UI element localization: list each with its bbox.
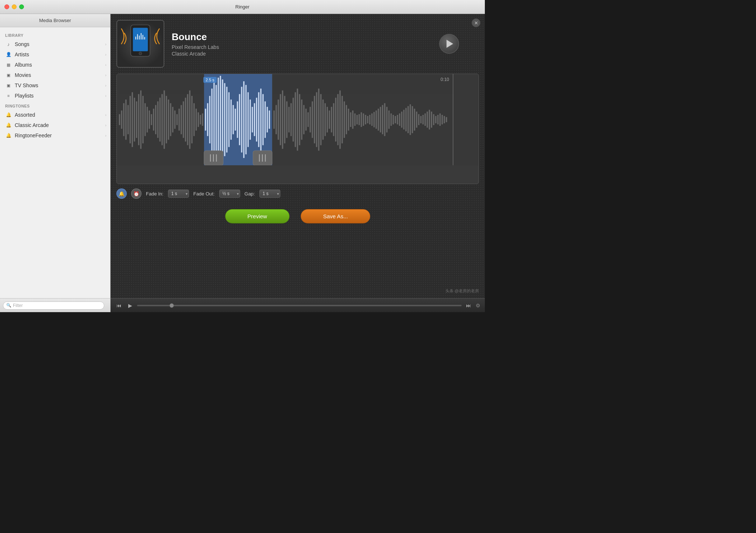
album-icon: ▦ bbox=[5, 63, 12, 67]
svg-rect-90 bbox=[288, 107, 290, 132]
track-album: Classic Arcade bbox=[172, 51, 432, 57]
svg-rect-57 bbox=[216, 85, 217, 154]
svg-rect-91 bbox=[290, 103, 291, 136]
svg-rect-16 bbox=[130, 96, 131, 144]
sidebar-item-albums[interactable]: ▦ Albums › bbox=[0, 60, 110, 70]
track-info: Bounce Pixel Research Labs Classic Arcad… bbox=[172, 31, 432, 57]
svg-rect-117 bbox=[346, 105, 347, 134]
chevron-right-icon: › bbox=[105, 113, 106, 117]
sidebar-section-library: LIBRARY bbox=[0, 30, 110, 39]
album-art bbox=[116, 20, 164, 68]
svg-rect-89 bbox=[286, 101, 287, 138]
svg-rect-94 bbox=[297, 89, 298, 151]
waveform-editor[interactable]: 2.5 s 0:10 bbox=[116, 74, 479, 184]
svg-rect-143 bbox=[401, 112, 402, 128]
chevron-right-icon: › bbox=[105, 83, 106, 88]
bottom-transport-bar: ⏮ ▶ ⏭ ⚙ bbox=[111, 298, 485, 312]
sidebar-label-movies: Movies bbox=[15, 72, 105, 78]
chevron-right-icon: › bbox=[105, 42, 106, 46]
title-bar: Ringer bbox=[0, 0, 485, 14]
svg-rect-63 bbox=[228, 92, 230, 147]
progress-thumb[interactable] bbox=[169, 303, 174, 308]
sidebar-label-ringtone-feeder: RingtoneFeeder bbox=[15, 133, 105, 138]
svg-rect-112 bbox=[335, 98, 336, 141]
svg-rect-25 bbox=[149, 110, 150, 129]
selection-time-label: 2.5 s bbox=[203, 77, 217, 83]
fast-forward-button[interactable]: ⏭ bbox=[465, 301, 473, 310]
album-art-svg bbox=[117, 20, 164, 68]
svg-rect-141 bbox=[397, 115, 398, 124]
svg-rect-139 bbox=[393, 115, 394, 124]
svg-rect-83 bbox=[273, 110, 274, 129]
svg-rect-79 bbox=[262, 94, 263, 145]
svg-rect-150 bbox=[416, 112, 417, 128]
window-controls bbox=[4, 4, 24, 9]
music-note-icon: ♪ bbox=[5, 42, 12, 47]
svg-rect-12 bbox=[121, 110, 122, 129]
svg-rect-78 bbox=[260, 89, 261, 151]
svg-rect-86 bbox=[280, 94, 281, 145]
svg-rect-23 bbox=[144, 103, 146, 136]
sidebar-label-albums: Albums bbox=[15, 62, 105, 68]
svg-rect-74 bbox=[252, 107, 253, 132]
bell-mode-button[interactable]: 🔔 bbox=[116, 188, 127, 199]
svg-rect-88 bbox=[284, 96, 285, 144]
chevron-right-icon: › bbox=[105, 123, 106, 127]
sidebar-item-classic-arcade[interactable]: 🔔 Classic Arcade › bbox=[0, 120, 110, 130]
play-transport-button[interactable]: ▶ bbox=[126, 301, 134, 310]
fade-in-select[interactable]: None ¼ s ½ s 1 s 2 s 3 s bbox=[168, 190, 189, 198]
svg-rect-14 bbox=[125, 99, 126, 140]
svg-rect-128 bbox=[369, 115, 370, 124]
svg-rect-153 bbox=[423, 115, 424, 124]
sidebar-item-songs[interactable]: ♪ Songs › bbox=[0, 39, 110, 49]
action-buttons: Preview Save As... bbox=[111, 203, 485, 229]
svg-rect-59 bbox=[220, 76, 221, 163]
gap-select[interactable]: None ¼ s ½ s 1 s 2 s 3 s bbox=[259, 190, 280, 198]
sidebar-item-artists[interactable]: 👤 Artists › bbox=[0, 49, 110, 60]
svg-rect-60 bbox=[222, 80, 223, 160]
svg-rect-115 bbox=[342, 96, 343, 144]
panel-close-button[interactable]: ✕ bbox=[472, 18, 480, 27]
svg-rect-40 bbox=[181, 105, 182, 134]
svg-rect-2 bbox=[133, 28, 148, 51]
svg-rect-118 bbox=[348, 109, 349, 131]
svg-rect-121 bbox=[354, 113, 356, 126]
sidebar-item-playlists[interactable]: ≡ Playlists › bbox=[0, 91, 110, 101]
preview-button[interactable]: Preview bbox=[225, 209, 290, 223]
sidebar-item-ringtone-feeder[interactable]: 🔔 RingtoneFeeder › bbox=[0, 130, 110, 141]
svg-rect-17 bbox=[132, 92, 133, 147]
fade-out-select[interactable]: None ¼ s ½ s 1 s 2 s 3 s bbox=[219, 190, 240, 198]
close-window-button[interactable] bbox=[4, 4, 9, 9]
svg-rect-114 bbox=[339, 91, 340, 149]
svg-rect-158 bbox=[433, 114, 434, 125]
maximize-window-button[interactable] bbox=[19, 4, 24, 9]
svg-rect-164 bbox=[446, 117, 447, 122]
alarm-mode-button[interactable]: ⏰ bbox=[131, 188, 141, 199]
progress-track[interactable] bbox=[137, 305, 462, 306]
fade-in-select-wrap: None ¼ s ½ s 1 s 2 s 3 s bbox=[168, 190, 189, 198]
settings-gear-icon[interactable]: ⚙ bbox=[476, 303, 480, 308]
svg-rect-87 bbox=[282, 91, 283, 149]
sidebar-item-movies[interactable]: ▣ Movies › bbox=[0, 70, 110, 80]
svg-rect-15 bbox=[127, 105, 129, 134]
rewind-button[interactable]: ⏮ bbox=[115, 301, 123, 310]
search-box[interactable]: 🔍 Filter bbox=[3, 301, 104, 310]
play-button[interactable] bbox=[439, 34, 459, 54]
sidebar-item-assorted[interactable]: 🔔 Assorted › bbox=[0, 110, 110, 120]
sidebar-item-tv-shows[interactable]: ▣ TV Shows › bbox=[0, 80, 110, 91]
svg-rect-92 bbox=[293, 98, 294, 141]
time-marker-label: 0:10 bbox=[441, 77, 449, 82]
save-as-button[interactable]: Save As... bbox=[301, 209, 371, 223]
fade-out-label: Fade Out: bbox=[193, 191, 215, 197]
svg-rect-26 bbox=[151, 114, 152, 125]
svg-rect-76 bbox=[256, 98, 257, 141]
svg-rect-132 bbox=[378, 109, 379, 131]
svg-rect-135 bbox=[384, 103, 385, 136]
svg-rect-157 bbox=[431, 112, 432, 128]
svg-rect-22 bbox=[142, 96, 143, 144]
minimize-window-button[interactable] bbox=[12, 4, 17, 9]
svg-rect-111 bbox=[333, 103, 334, 136]
svg-rect-21 bbox=[140, 91, 141, 149]
svg-rect-73 bbox=[249, 99, 251, 140]
svg-rect-37 bbox=[174, 110, 175, 129]
